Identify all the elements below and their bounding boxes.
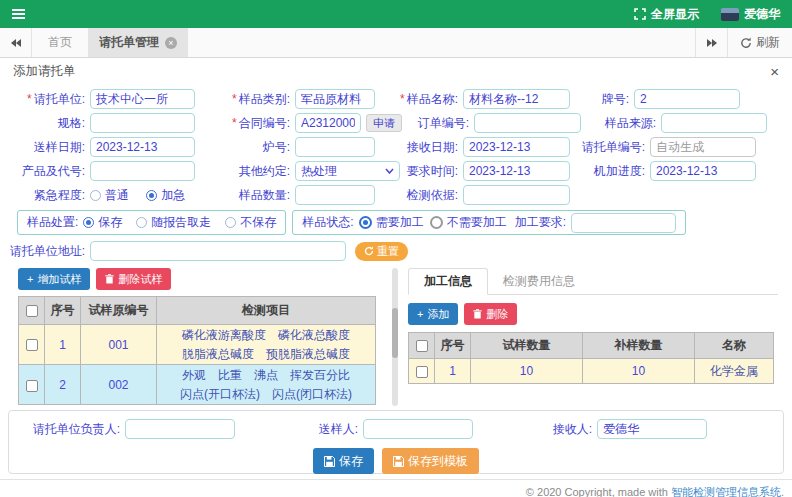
required-time-input[interactable]: [463, 161, 570, 181]
row-checkbox[interactable]: [416, 366, 428, 378]
sample-name-label: *样品名称:: [375, 91, 463, 108]
select-all-checkbox[interactable]: [26, 305, 38, 317]
scroll-tabs-right-button[interactable]: [695, 28, 727, 57]
test-basis-input[interactable]: [463, 185, 570, 205]
machining-progress-input[interactable]: [650, 161, 756, 181]
processing-requirement-input[interactable]: [571, 213, 676, 233]
checkbox-cell: [19, 325, 45, 365]
receiver-input[interactable]: [597, 419, 707, 439]
reset-button[interactable]: 重置: [355, 242, 408, 261]
sample-source-input[interactable]: [661, 113, 767, 133]
delete-sample-button[interactable]: 删除试样: [96, 268, 171, 290]
radio-status-no-processing[interactable]: 不需要加工: [430, 214, 507, 231]
col-header-no: 序号: [45, 297, 81, 325]
menu-icon[interactable]: [12, 9, 25, 19]
required-time-label: 要求时间:: [375, 163, 463, 180]
col-header-no: 序号: [435, 333, 471, 359]
material-name: 化学金属: [695, 359, 774, 384]
radio-urgency-normal[interactable]: 普通: [90, 187, 129, 204]
add-row-button[interactable]: +添加: [408, 303, 458, 325]
sample-name-input[interactable]: [463, 89, 570, 109]
radio-status-need-processing[interactable]: 需要加工: [359, 214, 424, 231]
sample-quantity-input[interactable]: [295, 185, 375, 205]
required-mark: *: [232, 116, 237, 130]
fullscreen-button[interactable]: 全屏显示: [634, 6, 699, 23]
radio-icon: [136, 217, 147, 228]
test-items: 磷化液游离酸度磷化液总酸度脱脂液总碱度预脱脂液总碱度: [157, 325, 376, 365]
entrust-unit-label: *请托单位:: [0, 91, 90, 108]
brand-no-input[interactable]: [634, 89, 740, 109]
row-checkbox[interactable]: [26, 339, 38, 351]
trash-icon: [473, 309, 482, 319]
radio-icon: [430, 216, 443, 229]
checkbox-cell: [409, 359, 435, 384]
double-chevron-left-icon: [10, 38, 22, 48]
spec-input[interactable]: [90, 113, 195, 133]
processing-table: 序号 试样数量 补样数量 名称 1 10 10 化学金属: [408, 332, 774, 384]
order-no-input[interactable]: [474, 113, 581, 133]
user-menu[interactable]: 爱德华: [721, 6, 780, 23]
contract-no-input[interactable]: [295, 113, 361, 133]
product-code-input[interactable]: [90, 161, 195, 181]
sample-category-input[interactable]: [295, 89, 375, 109]
scrollbar-thumb[interactable]: [392, 308, 398, 358]
entrust-unit-input[interactable]: [90, 89, 195, 109]
refresh-label: 刷新: [756, 34, 780, 51]
manager-input[interactable]: [125, 419, 235, 439]
save-icon: [393, 456, 404, 467]
sample-source-label: 样品来源:: [581, 115, 661, 132]
system-link[interactable]: 智能检测管理信息系统: [671, 486, 781, 497]
furnace-no-label: 炉号:: [195, 139, 295, 156]
furnace-no-input[interactable]: [295, 137, 375, 157]
radio-icon: [83, 217, 94, 228]
sample-table-scrollbar[interactable]: [392, 268, 398, 406]
delete-row-button[interactable]: 删除: [464, 303, 517, 325]
content-split: +增加试样 删除试样 序号 试样原编号 检测项目 1 001 磷化液游离酸度磷化…: [0, 264, 792, 405]
brand-no-label: 牌号:: [570, 91, 634, 108]
sample-disposal-group: 样品处置: 保存 随报告取走 不保存: [17, 210, 286, 235]
address-input[interactable]: [90, 241, 346, 261]
tab-home[interactable]: 首页: [32, 28, 88, 57]
processing-requirement-label: 加工要求:: [515, 214, 571, 231]
close-panel-icon[interactable]: ×: [770, 64, 779, 79]
sample-disposal-label: 样品处置:: [27, 214, 83, 231]
radio-disposal-no-save[interactable]: 不保存: [225, 214, 276, 231]
fullscreen-icon: [634, 8, 646, 20]
reset-label: 重置: [377, 244, 399, 259]
radio-icon: [146, 190, 157, 201]
save-to-template-button[interactable]: 保存到模板: [382, 448, 479, 474]
delivery-date-input[interactable]: [90, 137, 195, 157]
add-sample-button[interactable]: +增加试样: [18, 268, 90, 290]
app-window: 全屏显示 爱德华 首页 请托单管理 × 刷新 添加请: [0, 0, 792, 497]
tab-processing-info[interactable]: 加工信息: [408, 268, 488, 295]
entrust-no-input[interactable]: [650, 137, 756, 157]
select-all-header: [409, 333, 435, 359]
receive-date-input[interactable]: [463, 137, 570, 157]
select-all-checkbox[interactable]: [416, 340, 428, 352]
sample-row-1: 1 001 磷化液游离酸度磷化液总酸度脱脂液总碱度预脱脂液总碱度: [19, 325, 376, 365]
row-checkbox[interactable]: [26, 380, 38, 392]
product-code-label: 产品及代号:: [0, 163, 90, 180]
radio-urgency-urgent[interactable]: 加急: [146, 187, 185, 204]
col-header-name: 名称: [695, 333, 774, 359]
receive-date-label: 接收日期:: [375, 139, 463, 156]
tab-test-cost-info[interactable]: 检测费用信息: [488, 268, 590, 294]
radio-disposal-take-with-report[interactable]: 随报告取走: [136, 214, 211, 231]
save-icon: [324, 456, 335, 467]
sender-input[interactable]: [363, 419, 473, 439]
save-button[interactable]: 保存: [313, 448, 374, 474]
required-mark: *: [27, 92, 32, 106]
supplement-qty: 10: [583, 359, 695, 384]
machining-progress-label: 机加进度:: [570, 163, 650, 180]
row-no: 2: [45, 365, 81, 405]
page-title: 添加请托单: [13, 63, 76, 80]
scroll-tabs-left-button[interactable]: [0, 28, 32, 57]
close-tab-icon[interactable]: ×: [165, 37, 177, 49]
tab-entrust-management[interactable]: 请托单管理 ×: [88, 28, 188, 57]
refresh-button[interactable]: 刷新: [727, 28, 792, 57]
footer: © 2020 Copyright, made with 智能检测管理信息系统.: [0, 479, 792, 497]
delivery-date-label: 送样日期:: [0, 139, 90, 156]
radio-disposal-save[interactable]: 保存: [83, 214, 122, 231]
panel-header: 添加请托单 ×: [0, 58, 792, 84]
top-header-bar: 全屏显示 爱德华: [0, 0, 792, 28]
